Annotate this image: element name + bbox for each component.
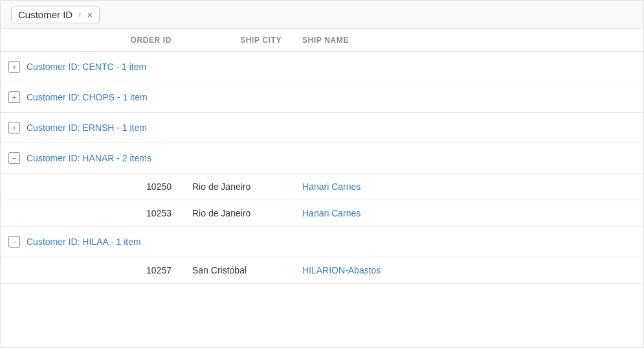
group-row-HANAR[interactable]: −Customer ID: HANAR - 2 items: [1, 143, 643, 174]
page-wrapper: Customer ID ↑ × ORDER ID SHIP CITY SHIP …: [0, 0, 644, 348]
sort-ascending-icon[interactable]: ↑: [78, 10, 82, 19]
cell-ship-city-10253: Rio de Janeiro: [182, 208, 292, 218]
table-header: ORDER ID SHIP CITY SHIP NAME: [1, 29, 643, 52]
cell-spacer: [1, 181, 39, 192]
data-row-10257: 10257San CristóbalHILARION-Abastos: [1, 257, 643, 284]
col-spacer: [1, 36, 39, 45]
group-toggle-icon-CENTC[interactable]: +: [8, 61, 20, 73]
cell-ship-city-10257: San Cristóbal: [182, 265, 292, 275]
filter-chip-label: Customer ID: [18, 9, 72, 20]
group-row-CHOPS[interactable]: +Customer ID: CHOPS - 1 item: [1, 82, 643, 113]
group-label-HANAR[interactable]: Customer ID: HANAR - 2 items: [27, 153, 151, 163]
cell-spacer: [1, 265, 39, 275]
data-row-10253: 10253Rio de JaneiroHanari Carnes: [1, 200, 643, 227]
filter-chip: Customer ID ↑ ×: [11, 6, 100, 23]
cell-order-id-10257: 10257: [39, 265, 182, 275]
group-label-CHOPS[interactable]: Customer ID: CHOPS - 1 item: [27, 92, 148, 102]
cell-ship-city-10250: Rio de Janeiro: [182, 181, 292, 192]
filter-bar: Customer ID ↑ ×: [1, 1, 643, 29]
cell-ship-name-10257: HILARION-Abastos: [292, 265, 643, 275]
close-filter-icon[interactable]: ×: [87, 10, 93, 19]
col-ship-city: SHIP CITY: [182, 36, 292, 45]
group-toggle-icon-CHOPS[interactable]: +: [8, 91, 20, 103]
group-label-HILAA[interactable]: Customer ID: HILAA - 1 item: [27, 237, 141, 247]
group-label-CENTC[interactable]: Customer ID: CENTC - 1 item: [27, 62, 146, 72]
data-row-10250: 10250Rio de JaneiroHanari Carnes: [1, 174, 643, 200]
cell-spacer: [1, 208, 39, 218]
cell-order-id-10250: 10250: [39, 181, 182, 192]
group-toggle-icon-HANAR[interactable]: −: [8, 152, 20, 164]
group-row-HILAA[interactable]: −Customer ID: HILAA - 1 item: [1, 227, 643, 257]
col-ship-name: SHIP NAME: [292, 36, 643, 45]
cell-ship-name-10253: Hanari Carnes: [292, 208, 643, 218]
cell-ship-name-10250: Hanari Carnes: [292, 181, 643, 192]
group-row-CENTC[interactable]: +Customer ID: CENTC - 1 item: [1, 52, 643, 82]
group-toggle-icon-HILAA[interactable]: −: [8, 236, 20, 248]
col-order-id: ORDER ID: [39, 36, 182, 45]
group-toggle-icon-ERNSH[interactable]: +: [8, 122, 20, 133]
groups-container: +Customer ID: CENTC - 1 item+Customer ID…: [1, 52, 643, 284]
group-row-ERNSH[interactable]: +Customer ID: ERNSH - 1 item: [1, 113, 643, 143]
cell-order-id-10253: 10253: [39, 208, 182, 218]
group-label-ERNSH[interactable]: Customer ID: ERNSH - 1 item: [27, 122, 147, 133]
